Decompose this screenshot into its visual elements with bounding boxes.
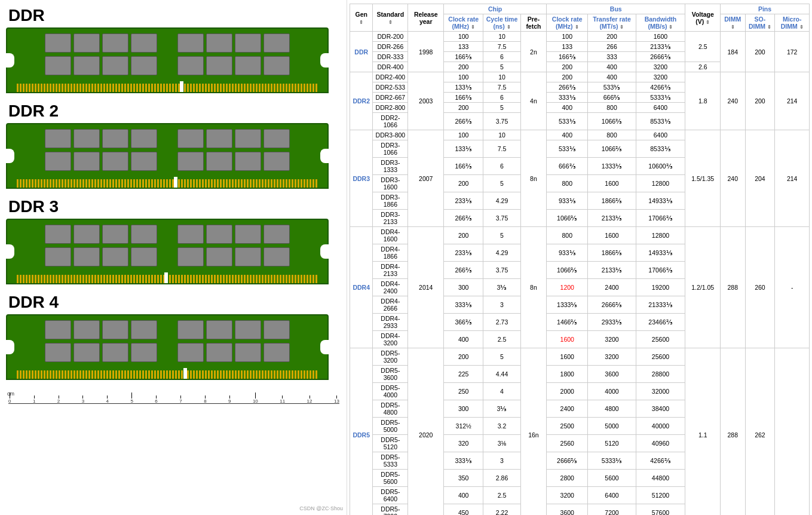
cell-cycle: 6 (483, 158, 520, 175)
cell-clock: 133⅓ (444, 82, 483, 93)
cell-clock: 400 (444, 487, 483, 504)
cell-gen: DDR2 (350, 72, 373, 130)
cell-transfer: 5120 (588, 435, 636, 452)
col-voltage: Voltage (V) ⇕ (685, 4, 721, 32)
chip (131, 152, 157, 171)
cell-prefetch: 8n (520, 227, 546, 348)
cell-clock: 312½ (444, 418, 483, 435)
cell-cycle: 5 (483, 227, 520, 244)
cell-cycle: 3.75 (483, 262, 520, 279)
cell-standard: DDR3-800 (373, 130, 408, 140)
chip (131, 247, 157, 266)
cell-standard: DDR4-1600 (373, 227, 408, 244)
cell-cycle: 2.5 (483, 331, 520, 348)
cell-bus-clock: 100 (547, 32, 588, 42)
cell-voltage: 1.2/1.05 (685, 227, 721, 348)
cell-bus-clock: 133 (547, 42, 588, 52)
ddr3-title: DDR 3 (8, 197, 342, 216)
cell-cycle: 3.2 (483, 418, 520, 435)
chip (102, 247, 128, 266)
cell-bandwidth: 6400 (636, 130, 685, 140)
cell-clock: 100 (444, 130, 483, 140)
cell-bus-clock: 666⅔ (547, 158, 588, 175)
cell-bandwidth: 28800 (636, 366, 685, 383)
cell-bus-clock: 2000 (547, 383, 588, 400)
col-bandwidth: Bandwidth (MB/s) ⇕ (636, 14, 685, 32)
cell-transfer: 1333⅓ (588, 158, 636, 175)
header-row-1: Gen ⇕ Standard ⇕ Release year Chip Bus V… (350, 4, 810, 14)
cell-cycle: 3⅛ (483, 435, 520, 452)
cell-standard: DDR-400 (373, 62, 408, 72)
ddr1-title: DDR (8, 6, 342, 25)
cell-clock: 200 (444, 348, 483, 366)
cell-bandwidth: 4266⅔ (636, 452, 685, 470)
cell-bandwidth: 32000 (636, 383, 685, 400)
ddr1-chips-top (45, 33, 290, 53)
col-microdimm: Micro-DIMM ⇕ (775, 14, 810, 32)
cell-sodimm: 262 (745, 348, 775, 516)
cell-standard: DDR4-2666 (373, 296, 408, 314)
cell-voltage: 2.6 (685, 62, 721, 72)
cell-standard: DDR3-1600 (373, 175, 408, 192)
cell-clock: 166⅔ (444, 93, 483, 103)
col-standard: Standard ⇕ (373, 4, 408, 32)
cell-bus-clock: 166⅔ (547, 52, 588, 62)
cell-transfer: 2133⅓ (588, 210, 636, 227)
cell-transfer: 5333⅓ (588, 452, 636, 470)
chip (73, 247, 100, 266)
ddr4-ram (6, 314, 342, 380)
cell-prefetch: 16n (520, 348, 546, 516)
cell-bandwidth: 1600 (636, 32, 685, 42)
cell-transfer: 6400 (588, 487, 636, 504)
cell-cycle: 3.75 (483, 113, 520, 130)
cell-standard: DDR5-7200 (373, 504, 408, 516)
chip (235, 225, 261, 244)
cell-standard: DDR2-1066 (373, 113, 408, 130)
ddr4-stick (6, 314, 329, 380)
cell-transfer: 800 (588, 130, 636, 140)
cell-transfer: 333 (588, 52, 636, 62)
col-transfer: Transfer rate (MT/s) ⇕ (588, 14, 636, 32)
cell-bus-clock: 400 (547, 130, 588, 140)
cell-bandwidth: 25600 (636, 348, 685, 366)
cell-bandwidth: 44800 (636, 470, 685, 487)
cell-bus-clock: 1200 (547, 279, 588, 296)
ddr3-chips-bottom (45, 247, 290, 266)
col-prefetch: Pre-fetch (520, 14, 546, 32)
cell-bandwidth: 12800 (636, 175, 685, 192)
cell-standard: DDR4-1866 (373, 244, 408, 262)
cell-bandwidth: 4266⅔ (636, 82, 685, 93)
col-dimm: DIMM ⇕ (721, 14, 745, 32)
ddr3-ram (6, 219, 342, 284)
ddr2-ram (6, 123, 342, 189)
cell-transfer: 400 (588, 72, 636, 82)
ddr3-section: DDR 3 (6, 197, 342, 284)
chip (102, 152, 128, 171)
cell-dimm: 288 (721, 227, 745, 348)
cell-cycle: 4.44 (483, 366, 520, 383)
cell-transfer: 3600 (588, 366, 636, 383)
cell-clock: 333⅓ (444, 452, 483, 470)
table-row: DDR3DDR3-8002007100108n40080064001.5/1.3… (350, 130, 810, 140)
cell-bandwidth: 51200 (636, 487, 685, 504)
ddr4-notch (183, 368, 187, 379)
cell-gen: DDR (350, 32, 373, 72)
cell-gen: DDR3 (350, 130, 373, 227)
cell-clock: 320 (444, 435, 483, 452)
cell-cycle: 2.5 (483, 487, 520, 504)
cell-cycle: 5 (483, 348, 520, 366)
cell-clock: 166⅔ (444, 52, 483, 62)
chip (73, 56, 100, 75)
cell-year: 2003 (408, 72, 444, 130)
cell-transfer: 533⅓ (588, 82, 636, 93)
chip (131, 56, 157, 75)
cell-transfer: 3200 (588, 348, 636, 366)
cell-microdimm (775, 348, 810, 516)
cell-cycle: 3.75 (483, 210, 520, 227)
cell-bandwidth: 8533⅓ (636, 113, 685, 130)
chip (131, 320, 157, 339)
cell-prefetch: 2n (520, 32, 546, 72)
cell-microdimm: 214 (775, 130, 810, 227)
ddr4-pins (17, 370, 318, 379)
cell-transfer: 4000 (588, 383, 636, 400)
